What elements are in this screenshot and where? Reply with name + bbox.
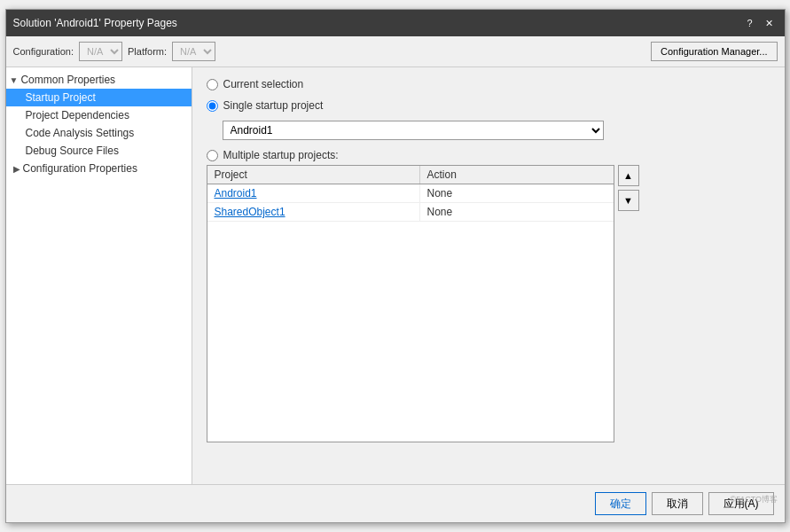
- config-label: Configuration:: [13, 46, 74, 57]
- current-selection-row: Current selection: [207, 78, 770, 90]
- apply-button[interactable]: 应用(A): [708, 492, 774, 515]
- action-cell-sharedobject1: None: [420, 203, 460, 221]
- sidebar-item-debug-source[interactable]: Debug Source Files: [6, 142, 192, 160]
- multiple-startup-section: Multiple startup projects: Project Actio…: [207, 149, 770, 442]
- dialog-window: Solution 'Android1' Property Pages ? ✕ C…: [5, 9, 786, 523]
- common-properties-item[interactable]: ▼ Common Properties: [6, 71, 192, 89]
- multiple-startup-radio[interactable]: [207, 150, 218, 161]
- current-selection-radio[interactable]: [207, 79, 218, 90]
- single-startup-label: Single startup project: [223, 99, 324, 112]
- table-body: Android1 None SharedObject1 None: [207, 184, 614, 442]
- common-properties-arrow: ▼: [10, 75, 19, 85]
- sidebar: ▼ Common Properties Startup Project Proj…: [6, 67, 192, 484]
- single-startup-row: Single startup project: [207, 99, 770, 112]
- main-content: ▼ Common Properties Startup Project Proj…: [6, 67, 785, 484]
- table-row[interactable]: SharedObject1 None: [207, 203, 614, 222]
- title-bar-controls: ? ✕: [742, 15, 778, 31]
- close-button[interactable]: ✕: [762, 15, 778, 31]
- action-cell-android1: None: [420, 184, 460, 202]
- footer: 确定 取消 应用(A): [6, 484, 785, 522]
- title-bar: Solution 'Android1' Property Pages ? ✕: [6, 10, 785, 36]
- multiple-startup-table-container: Project Action Android1 None SharedObjec…: [207, 165, 770, 442]
- platform-select[interactable]: N/A: [172, 42, 215, 61]
- help-button[interactable]: ?: [742, 15, 758, 31]
- cancel-button[interactable]: 取消: [652, 492, 703, 515]
- current-selection-label: Current selection: [223, 78, 304, 90]
- config-properties-item[interactable]: ▶ Configuration Properties: [6, 160, 192, 177]
- project-cell-sharedobject1[interactable]: SharedObject1: [207, 203, 420, 221]
- multiple-startup-label: Multiple startup projects:: [223, 149, 339, 161]
- move-down-button[interactable]: ▼: [618, 190, 639, 211]
- single-startup-dropdown-row: Android1 SharedObject1: [223, 121, 770, 140]
- project-cell-android1[interactable]: Android1: [207, 184, 420, 202]
- config-properties-arrow: ▶: [13, 164, 20, 174]
- table-header: Project Action: [207, 166, 614, 184]
- table-row[interactable]: Android1 None: [207, 184, 614, 203]
- dialog-title: Solution 'Android1' Property Pages: [13, 17, 177, 29]
- single-startup-select[interactable]: Android1 SharedObject1: [223, 121, 604, 140]
- move-up-button[interactable]: ▲: [618, 165, 639, 186]
- config-select[interactable]: N/A: [79, 42, 122, 61]
- project-table: Project Action Android1 None SharedObjec…: [207, 165, 614, 442]
- arrow-buttons: ▲ ▼: [618, 165, 639, 442]
- right-panel: Current selection Single startup project…: [192, 67, 785, 484]
- confirm-button[interactable]: 确定: [595, 492, 646, 515]
- config-manager-button[interactable]: Configuration Manager...: [651, 42, 777, 61]
- col-header-action: Action: [420, 166, 614, 184]
- platform-label: Platform:: [128, 46, 167, 57]
- col-header-project: Project: [207, 166, 420, 184]
- sidebar-item-startup-project[interactable]: Startup Project: [6, 89, 192, 106]
- common-properties-label: Common Properties: [20, 74, 115, 86]
- single-startup-radio[interactable]: [207, 100, 218, 112]
- multiple-startup-row: Multiple startup projects:: [207, 149, 770, 161]
- config-properties-label: Configuration Properties: [23, 162, 137, 175]
- common-properties-group: ▼ Common Properties Startup Project Proj…: [6, 71, 192, 160]
- sidebar-item-code-analysis[interactable]: Code Analysis Settings: [6, 124, 192, 142]
- toolbar: Configuration: N/A Platform: N/A Configu…: [6, 36, 785, 67]
- sidebar-item-project-dependencies[interactable]: Project Dependencies: [6, 106, 192, 124]
